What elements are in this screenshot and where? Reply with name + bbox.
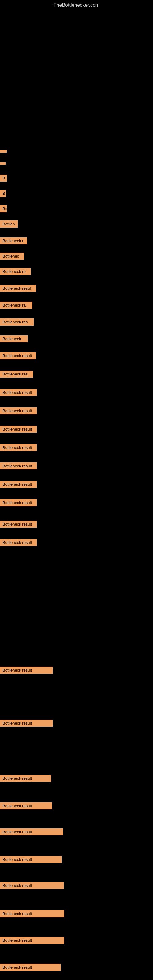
bottleneck-item: Bottleneck ra	[0, 302, 32, 309]
bottleneck-item: B	[0, 175, 7, 181]
bottleneck-item: Bottleneck result	[0, 389, 37, 396]
bottleneck-item: Bo	[0, 205, 7, 212]
bottleneck-item: Bottleneck res	[0, 371, 33, 378]
bottleneck-item: Bottleneck result	[0, 499, 37, 506]
bottleneck-item	[0, 162, 5, 165]
bottleneck-item: Bottleneck result	[0, 910, 64, 917]
bottleneck-item: Bottleneck result	[0, 720, 53, 727]
bottleneck-item: Bottleneck	[0, 335, 27, 342]
bottleneck-item: Bottleneck result	[0, 444, 37, 451]
bottleneck-item: Bottlenec	[0, 253, 24, 260]
bottleneck-item: Bottleneck result	[0, 856, 62, 863]
bottleneck-item: Bottleneck result	[0, 463, 37, 469]
bottleneck-item: Bottleneck result	[0, 426, 37, 433]
bottleneck-item: Bottleneck r	[0, 237, 27, 244]
bottleneck-item: Bottleneck result	[0, 667, 53, 674]
bottleneck-item: Bottleneck result	[0, 407, 37, 414]
bottleneck-item: Bottleneck result	[0, 539, 37, 546]
bottleneck-item: Bottlen	[0, 221, 18, 228]
bottleneck-item	[0, 150, 7, 153]
bottleneck-item: Bottleneck result	[0, 937, 64, 944]
bottleneck-item: Bottleneck result	[0, 520, 37, 528]
bottleneck-item: Bottleneck result	[0, 775, 51, 782]
bottleneck-item: Bottleneck res	[0, 318, 33, 326]
bottleneck-item: Bottleneck result	[0, 829, 63, 835]
bottleneck-item: Bottleneck result	[0, 802, 52, 810]
site-title: TheBottlenecker.com	[0, 0, 153, 9]
bottleneck-item: Bottleneck result	[0, 964, 61, 971]
bottleneck-item: Bottleneck result	[0, 352, 36, 359]
bottleneck-item: Bottleneck re	[0, 268, 30, 275]
bottleneck-item: Bottleneck result	[0, 882, 64, 889]
bottleneck-item: Bottleneck result	[0, 481, 37, 488]
bottleneck-item: Bottleneck resul	[0, 285, 36, 292]
bottleneck-item: B	[0, 190, 5, 197]
